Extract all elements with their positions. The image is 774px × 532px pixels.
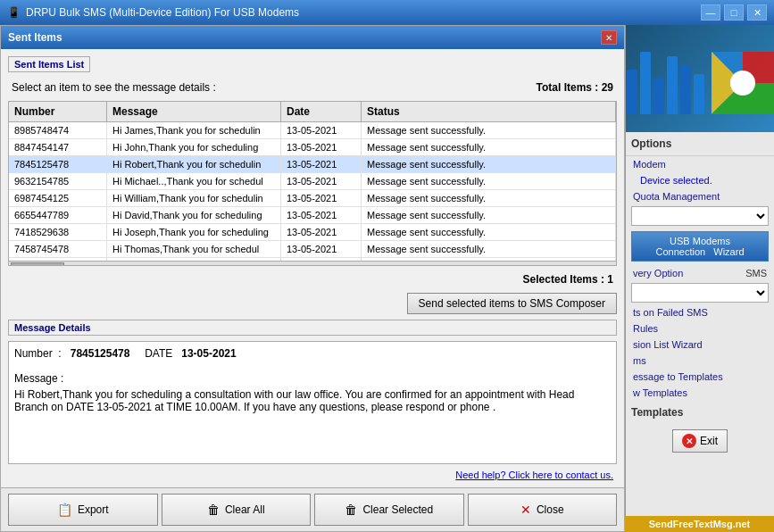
bar-chart xyxy=(627,43,704,114)
view-templates-label: w Templates xyxy=(633,387,687,398)
list-wizard-menu-item[interactable]: sion List Wizard xyxy=(626,337,774,353)
bar-5 xyxy=(680,65,691,114)
items-label: ms xyxy=(633,355,646,366)
msg-date-value: 13-05-2021 xyxy=(181,347,236,360)
table-row[interactable]: 7458745478 Hi Thomas,Thank you for sched… xyxy=(9,241,616,258)
cell-status: Message sent successfully. xyxy=(362,122,616,138)
info-row: Select an item to see the message detail… xyxy=(8,79,617,96)
cell-date: 13-05-2021 xyxy=(281,139,362,155)
cell-date: 13-05-2021 xyxy=(281,122,362,138)
table-row[interactable]: 8985748474 Hi James,Thank you for schedu… xyxy=(9,122,616,139)
exit-button[interactable]: ✕ Exit xyxy=(672,429,728,453)
cell-date: 13-05-2021 xyxy=(281,173,362,189)
quota-label: Quota Management xyxy=(633,191,720,202)
message-label: Message : xyxy=(14,372,63,385)
app-title: DRPU Bulk SMS (Multi-Device Edition) For… xyxy=(26,6,299,19)
table-row[interactable]: 7845125478 Hi Robert,Thank you for sched… xyxy=(9,156,616,173)
clear-all-icon: 🗑 xyxy=(207,503,220,517)
total-items: Total Items : 29 xyxy=(537,81,613,94)
quota-dropdown[interactable] xyxy=(631,206,769,226)
minimize-button[interactable]: — xyxy=(701,4,720,21)
modem-menu-item[interactable]: Modem xyxy=(626,156,774,172)
table-row[interactable]: 7418529638 Hi Joseph,Thank you for sched… xyxy=(9,224,616,241)
close-label: Close xyxy=(537,503,564,516)
dialog-body: Sent Items List Select an item to see th… xyxy=(1,49,624,487)
horizontal-scrollbar[interactable] xyxy=(9,261,616,266)
cell-number: 6987454125 xyxy=(9,190,107,206)
usb-wizard-button[interactable]: USB ModemsConnection Wizard xyxy=(631,231,769,262)
delivery-dropdown[interactable] xyxy=(631,283,769,303)
msg-number-line: Number : 7845125478 DATE 13-05-2021 xyxy=(14,347,611,360)
failed-label: ts on Failed SMS xyxy=(633,307,708,318)
rules-menu-item[interactable]: Rules xyxy=(626,320,774,337)
close-button[interactable]: ✕ Close xyxy=(468,494,618,526)
sent-items-section-label: Sent Items List xyxy=(8,56,617,74)
clear-all-button[interactable]: 🗑 Clear All xyxy=(162,494,312,526)
cell-message: Hi Thomas,Thank you for schedul xyxy=(107,241,281,257)
cell-number: 6655447789 xyxy=(9,207,107,223)
col-status: Status xyxy=(362,102,616,121)
col-message: Message xyxy=(107,102,281,121)
cell-message: Hi Joseph,Thank you for scheduling xyxy=(107,224,281,240)
cell-status: Message sent successfully. xyxy=(362,224,616,240)
title-bar-left: 📱 DRPU Bulk SMS (Multi-Device Edition) F… xyxy=(7,6,299,19)
exit-area: ✕ Exit xyxy=(626,422,774,460)
export-button[interactable]: 📋 Export xyxy=(8,494,158,526)
cell-message: Hi David,Thank you for scheduling xyxy=(107,207,281,223)
chart-container xyxy=(626,36,774,121)
cell-status: Message sent successfully. xyxy=(362,241,616,257)
cell-date: 13-05-2021 xyxy=(281,156,362,172)
rules-label: Rules xyxy=(633,323,658,334)
cell-number: 9874514501 xyxy=(9,258,107,261)
templates-menu-item[interactable]: essage to Templates xyxy=(626,369,774,385)
table-row[interactable]: 9874514501 Hi Charles,Thank you for sche… xyxy=(9,258,616,261)
bar-4 xyxy=(667,56,678,114)
table-row[interactable]: 6655447789 Hi David,Thank you for schedu… xyxy=(9,207,616,224)
pie-chart xyxy=(712,52,774,114)
exit-label: Exit xyxy=(700,435,718,447)
items-menu-item[interactable]: ms xyxy=(626,353,774,369)
message-details-box: Number : 7845125478 DATE 13-05-2021 Mess… xyxy=(8,341,617,464)
delivery-menu-item[interactable]: very Option SMS xyxy=(626,265,774,281)
cell-message: Hi Charles,Thank you for scheduli xyxy=(107,258,281,261)
clear-selected-button[interactable]: 🗑 Clear Selected xyxy=(314,494,464,526)
col-number: Number xyxy=(9,102,107,121)
table-row[interactable]: 8847454147 Hi John,Thank you for schedul… xyxy=(9,139,616,156)
list-wizard-label: sion List Wizard xyxy=(633,339,703,350)
export-icon: 📋 xyxy=(57,503,72,517)
view-templates-menu-item[interactable]: w Templates xyxy=(626,385,774,401)
dialog-close-button[interactable]: ✕ xyxy=(601,30,617,45)
app-close-button[interactable]: ✕ xyxy=(747,4,767,21)
send-to-composer-button[interactable]: Send selected items to SMS Composer xyxy=(407,293,617,314)
device-menu-item[interactable]: Device selected. xyxy=(626,172,774,188)
quota-menu-item[interactable]: Quota Management xyxy=(626,188,774,204)
cell-status: Message sent successfully. xyxy=(362,258,616,261)
table-row[interactable]: 9632154785 Hi Michael..,Thank you for sc… xyxy=(9,173,616,190)
bottom-templates-label: Templates xyxy=(626,403,774,422)
help-link[interactable]: Need help? Click here to contact us. xyxy=(8,470,617,480)
bar-3 xyxy=(653,79,664,114)
cell-status: Message sent successfully. xyxy=(362,190,616,206)
maximize-button[interactable]: □ xyxy=(724,4,744,21)
cell-number: 8847454147 xyxy=(9,139,107,155)
failed-menu-item[interactable]: ts on Failed SMS xyxy=(626,304,774,320)
dialog-panel: Sent Items ✕ Sent Items List Select an i… xyxy=(0,25,625,532)
exit-icon: ✕ xyxy=(682,434,696,448)
right-panel: Options Modem Device selected. Quota Man… xyxy=(625,25,774,532)
cell-date: 13-05-2021 xyxy=(281,224,362,240)
horiz-scroll-thumb[interactable] xyxy=(11,262,64,267)
cell-number: 8985748474 xyxy=(9,122,107,138)
table-body[interactable]: 8985748474 Hi James,Thank you for schedu… xyxy=(9,122,616,261)
cell-number: 7418529638 xyxy=(9,224,107,240)
cell-message: Hi James,Thank you for schedulin xyxy=(107,122,281,138)
title-bar-controls: — □ ✕ xyxy=(701,4,767,21)
bottom-buttons: 📋 Export 🗑 Clear All 🗑 Clear Selected ✕ … xyxy=(1,487,624,531)
templates-label: essage to Templates xyxy=(633,371,723,382)
msg-message-line: Message : xyxy=(14,372,611,385)
msg-text: Hi Robert,Thank you for scheduling a con… xyxy=(14,388,611,413)
bar-1 xyxy=(627,70,637,114)
sms-badge: SMS xyxy=(743,268,767,278)
table-row[interactable]: 6987454125 Hi William,Thank you for sche… xyxy=(9,190,616,207)
cell-date: 13-05-2021 xyxy=(281,241,362,257)
delivery-label: very Option xyxy=(633,268,683,278)
